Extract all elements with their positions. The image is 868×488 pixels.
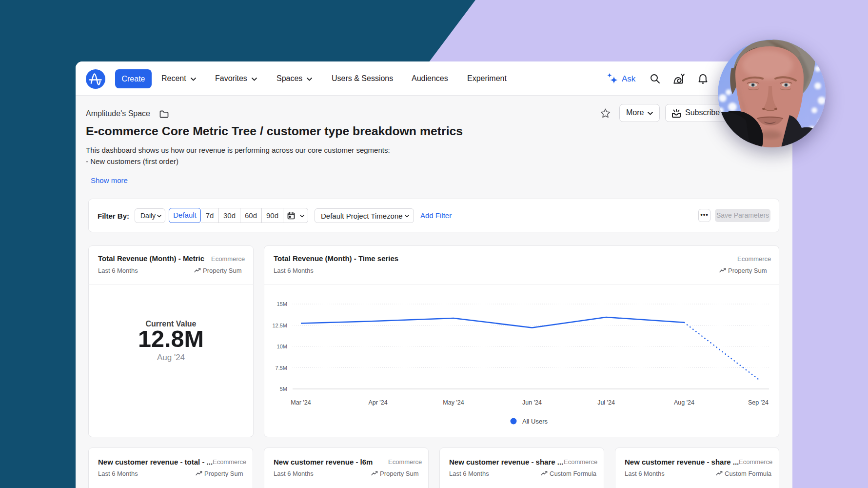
svg-text:All Users: All Users xyxy=(522,418,548,425)
svg-text:Sep '24: Sep '24 xyxy=(748,399,769,406)
svg-text:15M: 15M xyxy=(277,301,287,307)
svg-text:Jul '24: Jul '24 xyxy=(597,399,615,406)
svg-text:May '24: May '24 xyxy=(443,399,464,406)
svg-text:5M: 5M xyxy=(280,386,287,392)
svg-text:12.5M: 12.5M xyxy=(272,323,287,328)
svg-text:Apr '24: Apr '24 xyxy=(368,399,387,406)
svg-text:Mar '24: Mar '24 xyxy=(291,399,311,406)
svg-text:Aug '24: Aug '24 xyxy=(674,399,694,406)
svg-text:10M: 10M xyxy=(277,344,287,349)
svg-text:Jun '24: Jun '24 xyxy=(522,399,542,406)
svg-text:7.5M: 7.5M xyxy=(276,365,287,371)
